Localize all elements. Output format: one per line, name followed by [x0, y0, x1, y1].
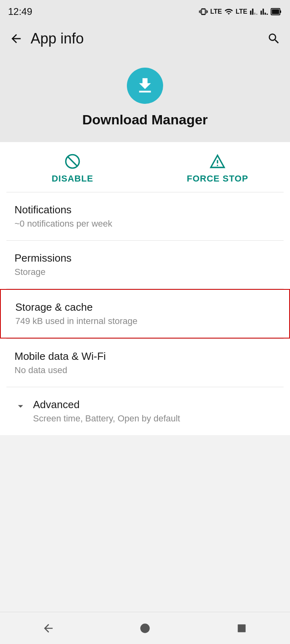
status-time: 12:49 — [8, 6, 32, 17]
mobile-data-subtitle: No data used — [14, 365, 276, 376]
app-bar: App info — [0, 21, 290, 56]
disable-button[interactable]: DISABLE — [40, 153, 105, 184]
signal-icon-2 — [260, 7, 268, 16]
app-icon-section: Download Manager — [0, 56, 290, 142]
vibrate-icon — [199, 7, 208, 16]
advanced-title: Advanced — [33, 398, 180, 411]
app-icon — [127, 68, 163, 104]
bottom-nav — [0, 612, 290, 644]
status-bar: 12:49 LTE LTE — [0, 0, 290, 21]
storage-item[interactable]: Storage & cache 749 kB used in internal … — [0, 289, 290, 339]
nav-back-button[interactable] — [36, 616, 60, 640]
lte-phone-icon: LTE — [210, 8, 222, 15]
nav-recent-button[interactable] — [230, 616, 254, 640]
svg-rect-1 — [280, 10, 281, 13]
lte-badge: LTE — [236, 8, 247, 15]
permissions-item[interactable]: Permissions Storage — [0, 241, 290, 289]
svg-rect-2 — [272, 9, 279, 14]
app-name: Download Manager — [82, 112, 208, 128]
permissions-title: Permissions — [14, 252, 276, 264]
mobile-data-item[interactable]: Mobile data & Wi-Fi No data used — [0, 339, 290, 387]
advanced-subtitle: Screen time, Battery, Open by default — [33, 413, 180, 424]
svg-point-7 — [140, 623, 149, 633]
storage-title: Storage & cache — [15, 301, 275, 314]
chevron-down-icon — [14, 400, 27, 414]
disable-label: DISABLE — [52, 173, 93, 184]
mobile-data-title: Mobile data & Wi-Fi — [14, 350, 276, 363]
svg-rect-8 — [238, 624, 246, 632]
battery-icon — [271, 7, 282, 16]
back-button[interactable] — [6, 29, 26, 48]
notifications-subtitle: ~0 notifications per week — [14, 219, 276, 229]
notifications-title: Notifications — [14, 204, 276, 216]
storage-subtitle: 749 kB used in internal storage — [15, 316, 275, 326]
page-title: App info — [26, 30, 264, 47]
force-stop-button[interactable]: FORCE STOP — [185, 153, 250, 184]
advanced-text: Advanced Screen time, Battery, Open by d… — [33, 398, 180, 424]
settings-list: Notifications ~0 notifications per week … — [0, 192, 290, 435]
notifications-item[interactable]: Notifications ~0 notifications per week — [0, 192, 290, 240]
advanced-item[interactable]: Advanced Screen time, Battery, Open by d… — [0, 387, 290, 435]
svg-point-6 — [217, 165, 218, 166]
wifi-icon — [224, 7, 233, 16]
main-content: Download Manager DISABLE FORCE STO — [0, 56, 290, 644]
card-section: DISABLE FORCE STOP Notifications ~0 noti… — [0, 142, 290, 435]
action-row: DISABLE FORCE STOP — [0, 142, 290, 192]
svg-line-4 — [68, 157, 77, 166]
force-stop-label: FORCE STOP — [187, 173, 249, 184]
signal-icon-1 — [250, 7, 258, 16]
search-button[interactable] — [264, 29, 284, 48]
nav-home-button[interactable] — [133, 616, 157, 640]
permissions-subtitle: Storage — [14, 267, 276, 277]
status-icons: LTE LTE — [199, 7, 282, 16]
